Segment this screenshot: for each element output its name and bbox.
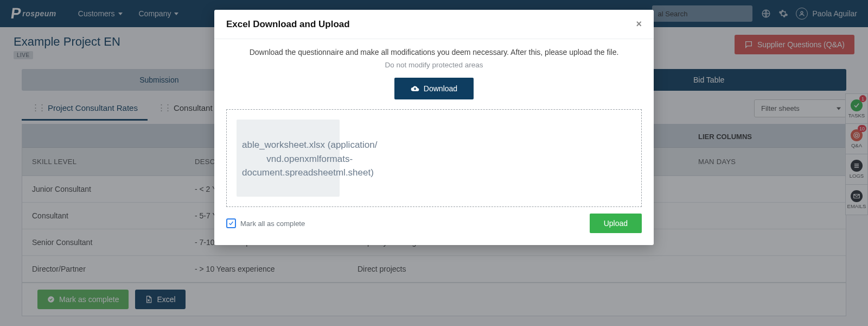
excel-modal: Excel Download and Upload × Download the… xyxy=(214,10,654,245)
checkbox-label: Mark all as complete xyxy=(240,220,305,228)
modal-instructions: Download the questionnaire and make all … xyxy=(226,48,642,57)
cloud-download-icon xyxy=(411,84,419,93)
file-meta: able_worksheet.xlsx (application/ vnd.op… xyxy=(242,138,377,180)
file-meta-line: vnd.openxmlformats- xyxy=(242,152,377,166)
modal-warning: Do not modify protected areas xyxy=(226,61,642,69)
checkbox-icon xyxy=(226,218,236,228)
modal-header: Excel Download and Upload × xyxy=(214,10,654,39)
mark-all-complete-checkbox[interactable]: Mark all as complete xyxy=(226,218,305,228)
button-label: Download xyxy=(424,84,457,93)
modal-body: Download the questionnaire and make all … xyxy=(214,39,654,245)
upload-dropzone[interactable]: able_worksheet.xlsx (application/ vnd.op… xyxy=(226,109,642,207)
file-meta-line: able_worksheet.xlsx (application/ xyxy=(242,138,377,152)
download-button[interactable]: Download xyxy=(394,78,474,99)
modal-title: Excel Download and Upload xyxy=(226,19,350,30)
file-meta-line: document.spreadsheetml.sheet) xyxy=(242,166,377,180)
modal-footer: Mark all as complete Upload xyxy=(226,214,642,233)
upload-button[interactable]: Upload xyxy=(590,214,642,233)
close-icon[interactable]: × xyxy=(636,18,642,30)
